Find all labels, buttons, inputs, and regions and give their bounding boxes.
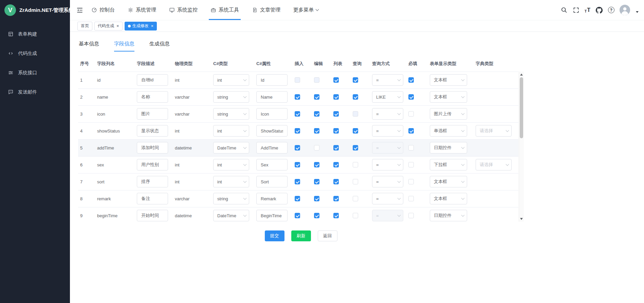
edit-checkbox[interactable]	[314, 145, 319, 150]
field-desc-input[interactable]	[137, 74, 168, 86]
scrollbar-thumb[interactable]	[520, 77, 523, 138]
nav-item-system-tools[interactable]: 系统工具	[210, 0, 239, 20]
query-checkbox[interactable]	[353, 94, 358, 100]
sidebar-item-form-build[interactable]: 表单构建	[0, 24, 70, 44]
chevron-down-icon[interactable]	[636, 11, 639, 13]
tab-basic-info[interactable]: 基本信息	[79, 41, 99, 52]
query-type-select[interactable]: =	[372, 108, 403, 120]
display-type-select[interactable]: 图片上传	[430, 108, 467, 120]
cs-type-select[interactable]: DateTime	[213, 142, 249, 154]
required-checkbox[interactable]	[408, 128, 414, 134]
query-type-select[interactable]: =	[372, 142, 403, 154]
cs-prop-input[interactable]	[256, 91, 288, 103]
required-checkbox[interactable]	[408, 213, 414, 218]
query-checkbox[interactable]	[353, 179, 358, 184]
display-type-select[interactable]: 文本框	[430, 74, 467, 86]
nav-item-system-monitor[interactable]: 系统监控	[169, 0, 198, 20]
font-size-icon[interactable]	[585, 7, 590, 13]
tag-code-gen[interactable]: 代码生成×	[94, 22, 123, 31]
cs-prop-input[interactable]	[256, 176, 288, 187]
refresh-button[interactable]: 刷新	[291, 230, 311, 241]
insert-checkbox[interactable]	[295, 128, 300, 134]
insert-checkbox[interactable]	[295, 162, 300, 167]
list-checkbox[interactable]	[333, 213, 339, 218]
vertical-scrollbar[interactable]	[519, 72, 524, 222]
tag-close-icon[interactable]: ×	[116, 24, 119, 28]
display-type-select[interactable]: 下拉框	[430, 159, 467, 170]
fullscreen-icon[interactable]	[573, 7, 579, 14]
field-desc-input[interactable]	[137, 176, 168, 187]
list-checkbox[interactable]	[333, 77, 339, 83]
submit-button[interactable]: 提交	[265, 230, 284, 241]
edit-checkbox[interactable]	[314, 179, 319, 184]
tab-field-info[interactable]: 字段信息	[114, 41, 134, 52]
required-checkbox[interactable]	[408, 94, 414, 100]
display-type-select[interactable]: 日期控件	[430, 210, 467, 221]
dict-type-select[interactable]: 请选择	[476, 159, 512, 170]
list-checkbox[interactable]	[333, 196, 339, 201]
query-checkbox[interactable]	[353, 162, 358, 167]
cs-type-select[interactable]: DateTime	[213, 210, 249, 221]
insert-checkbox[interactable]	[295, 196, 300, 201]
query-type-select[interactable]: LIKE	[372, 91, 403, 103]
field-desc-input[interactable]	[137, 142, 168, 154]
cs-type-select[interactable]: int	[213, 74, 249, 86]
tag-gen-edit[interactable]: 生成修改×	[125, 22, 157, 31]
list-checkbox[interactable]	[333, 128, 339, 134]
search-icon[interactable]	[560, 6, 568, 14]
insert-checkbox[interactable]	[295, 111, 300, 117]
cs-prop-input[interactable]	[256, 210, 288, 221]
edit-checkbox[interactable]	[314, 128, 319, 134]
nav-item-article-manage[interactable]: 文章管理	[252, 0, 280, 20]
edit-checkbox[interactable]	[314, 196, 319, 201]
required-checkbox[interactable]	[408, 162, 414, 167]
cs-type-select[interactable]: string	[213, 91, 249, 103]
display-type-select[interactable]: 文本框	[430, 193, 467, 204]
help-icon[interactable]	[608, 7, 614, 13]
field-desc-input[interactable]	[137, 91, 168, 103]
insert-checkbox[interactable]	[295, 145, 300, 150]
insert-checkbox[interactable]	[295, 77, 300, 83]
app-logo[interactable]: V ZrAdmin.NET-管理系统	[0, 0, 70, 20]
query-checkbox[interactable]	[353, 111, 358, 117]
required-checkbox[interactable]	[408, 145, 414, 150]
github-icon[interactable]	[595, 6, 603, 14]
cs-type-select[interactable]: int	[213, 176, 249, 187]
cs-type-select[interactable]: string	[213, 108, 249, 120]
display-type-select[interactable]: 单选框	[430, 125, 467, 137]
query-type-select[interactable]: =	[372, 193, 403, 204]
cs-prop-input[interactable]	[256, 74, 288, 86]
query-checkbox[interactable]	[353, 77, 358, 83]
required-checkbox[interactable]	[408, 77, 414, 83]
cs-prop-input[interactable]	[256, 193, 288, 204]
cs-prop-input[interactable]	[256, 159, 288, 170]
display-type-select[interactable]: 文本框	[430, 91, 467, 103]
cs-prop-input[interactable]	[256, 142, 288, 154]
nav-item-dashboard[interactable]: 控制台	[91, 0, 115, 20]
scroll-up-icon[interactable]	[519, 72, 524, 77]
cs-type-select[interactable]: int	[213, 125, 249, 137]
query-checkbox[interactable]	[353, 196, 358, 201]
query-type-select[interactable]: =	[372, 74, 403, 86]
tag-close-icon[interactable]: ×	[151, 24, 154, 28]
query-checkbox[interactable]	[353, 128, 358, 134]
edit-checkbox[interactable]	[314, 111, 319, 117]
display-type-select[interactable]: 日期控件	[430, 142, 467, 154]
query-checkbox[interactable]	[353, 145, 358, 150]
list-checkbox[interactable]	[333, 179, 339, 184]
sidebar-item-code-gen[interactable]: 代码生成	[0, 44, 70, 63]
edit-checkbox[interactable]	[314, 77, 319, 83]
required-checkbox[interactable]	[408, 196, 414, 201]
insert-checkbox[interactable]	[295, 213, 300, 218]
list-checkbox[interactable]	[333, 162, 339, 167]
tag-home[interactable]: 首页	[77, 22, 92, 31]
insert-checkbox[interactable]	[295, 179, 300, 184]
cs-prop-input[interactable]	[256, 108, 288, 120]
tab-generate-info[interactable]: 生成信息	[149, 41, 170, 52]
query-type-select[interactable]: =	[372, 125, 403, 137]
query-type-select[interactable]: =	[372, 159, 403, 170]
menu-fold-icon[interactable]	[76, 7, 83, 14]
sidebar-item-send-mail[interactable]: 发送邮件	[0, 82, 70, 102]
field-desc-input[interactable]	[137, 125, 168, 137]
nav-item-more-menu[interactable]: 更多菜单	[293, 0, 318, 20]
